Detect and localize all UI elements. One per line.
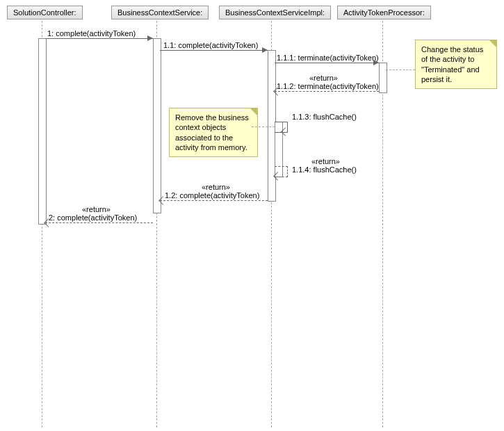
message-label: 1.1.3: flushCache()	[292, 113, 357, 121]
lifeline-head: SolutionController:	[7, 6, 83, 19]
message-label: «return»	[309, 74, 338, 82]
message-label: 1.1.4: flushCache()	[292, 165, 357, 174]
arrow-icon	[262, 47, 268, 53]
lifeline-head: ActivityTokenProcessor:	[337, 6, 431, 19]
activation	[379, 63, 387, 93]
lifeline-head: BusinessContextServiceImpl:	[219, 6, 331, 19]
message	[275, 63, 379, 63]
note: Change the status of the activity to "Te…	[415, 40, 497, 89]
note-anchor	[386, 70, 415, 70]
message	[160, 50, 268, 51]
activation	[153, 38, 161, 213]
arrow-icon	[147, 35, 153, 41]
activation	[38, 38, 47, 225]
note-text: Change the status of the activity to "Te…	[421, 45, 483, 83]
return-message	[45, 222, 153, 223]
lifeline-head: BusinessContextService:	[111, 6, 209, 19]
note: Remove the business context objects asso…	[169, 108, 258, 157]
message-label: 1.1.1: terminate(activityToken)	[277, 54, 379, 62]
note-anchor	[252, 127, 275, 127]
return-message	[275, 91, 379, 92]
message-label: 1.2: complete(activityToken)	[165, 191, 259, 200]
message-label: «return»	[82, 205, 111, 213]
message-label: 2: complete(activityToken)	[49, 213, 137, 222]
message-label: «return»	[202, 183, 230, 191]
note-text: Remove the business context objects asso…	[175, 113, 249, 152]
message-label: 1: complete(activityToken)	[47, 29, 136, 38]
return-message	[160, 200, 268, 201]
message	[45, 38, 153, 39]
message-label: 1.1: complete(activityToken)	[163, 41, 258, 49]
message-label: «return»	[311, 157, 340, 165]
arrow-icon	[373, 60, 379, 65]
message-label: 1.1.2: terminate(activityToken)	[277, 82, 379, 90]
